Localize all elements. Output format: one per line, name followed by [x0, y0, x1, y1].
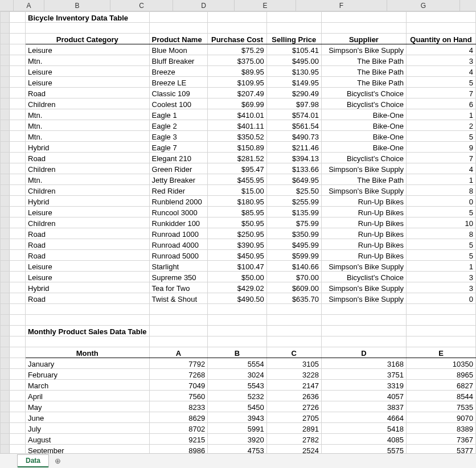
- table1-cell[interactable]: Leisure: [26, 272, 150, 282]
- col-header-c[interactable]: C: [110, 0, 173, 11]
- table1-cell[interactable]: Leisure: [26, 66, 150, 77]
- cell[interactable]: [321, 315, 406, 326]
- table1-cell[interactable]: $609.00: [266, 282, 321, 293]
- table2-cell[interactable]: 4664: [321, 412, 406, 423]
- table2-cell[interactable]: 8986: [149, 445, 208, 454]
- table2-header[interactable]: A: [149, 347, 208, 358]
- table1-cell[interactable]: Run-Up Bikes: [321, 228, 406, 239]
- table2-cell[interactable]: 3319: [321, 380, 406, 391]
- table1-cell[interactable]: $25.50: [266, 185, 321, 196]
- row-header[interactable]: [1, 88, 10, 98]
- cell[interactable]: [321, 23, 406, 34]
- row-header[interactable]: [1, 174, 10, 185]
- table1-cell[interactable]: Run-Up Bikes: [321, 207, 406, 217]
- col-header-e[interactable]: E: [235, 0, 296, 11]
- table1-cell[interactable]: $69.99: [208, 98, 266, 109]
- table1-cell[interactable]: $50.00: [208, 272, 266, 282]
- table1-cell[interactable]: Bicyclist's Choice: [321, 88, 406, 98]
- table1-cell[interactable]: $109.95: [208, 77, 266, 88]
- table2-cell[interactable]: 7535: [407, 401, 476, 412]
- cell[interactable]: [9, 12, 26, 23]
- cell[interactable]: [9, 207, 26, 217]
- table1-cell[interactable]: Road: [26, 239, 150, 250]
- col-header-g[interactable]: G: [387, 0, 460, 11]
- table1-cell[interactable]: Breeze: [149, 66, 208, 77]
- table2-cell[interactable]: 5377: [407, 445, 476, 454]
- table1-cell[interactable]: 4: [407, 66, 476, 77]
- table2-cell[interactable]: 4085: [321, 434, 406, 445]
- cell[interactable]: [9, 401, 26, 412]
- table1-cell[interactable]: $490.73: [266, 131, 321, 142]
- table1-cell[interactable]: Run-Up Bikes: [321, 196, 406, 207]
- table1-cell[interactable]: Leisure: [26, 207, 150, 217]
- table1-cell[interactable]: $635.70: [266, 293, 321, 304]
- table1-cell[interactable]: $150.89: [208, 142, 266, 153]
- table1-cell[interactable]: Children: [26, 217, 150, 228]
- table1-cell[interactable]: The Bike Path: [321, 55, 406, 66]
- table1-cell[interactable]: Eagle 1: [149, 109, 208, 120]
- cell[interactable]: [321, 304, 406, 315]
- table2-cell[interactable]: 8389: [407, 423, 476, 434]
- cell[interactable]: [9, 77, 26, 88]
- table1-cell[interactable]: Bike-One: [321, 120, 406, 131]
- table2-cell[interactable]: 8544: [407, 391, 476, 401]
- cell[interactable]: [149, 336, 208, 347]
- table1-cell[interactable]: Bike-One: [321, 109, 406, 120]
- row-header[interactable]: [1, 401, 10, 412]
- cell[interactable]: [9, 153, 26, 163]
- table1-header[interactable]: Purchase Cost: [208, 34, 266, 44]
- table2-cell[interactable]: 5575: [321, 445, 406, 454]
- table2-cell[interactable]: 8233: [149, 401, 208, 412]
- cell[interactable]: [407, 304, 476, 315]
- row-header[interactable]: [1, 326, 10, 336]
- cell[interactable]: [9, 326, 26, 336]
- table1-cell[interactable]: Classic 109: [149, 88, 208, 98]
- table1-cell[interactable]: 0: [407, 293, 476, 304]
- cell[interactable]: [407, 23, 476, 34]
- table1-cell[interactable]: $75.29: [208, 44, 266, 55]
- table1-cell[interactable]: $390.95: [208, 239, 266, 250]
- row-header[interactable]: [1, 44, 10, 55]
- row-header[interactable]: [1, 120, 10, 131]
- table2-cell[interactable]: 3228: [266, 369, 321, 380]
- table1-cell[interactable]: Starlight: [149, 261, 208, 272]
- table1-cell[interactable]: $70.00: [266, 272, 321, 282]
- table1-cell[interactable]: $290.49: [266, 88, 321, 98]
- cell[interactable]: [266, 315, 321, 326]
- cell[interactable]: [9, 196, 26, 207]
- table1-cell[interactable]: Simpson's Bike Supply: [321, 261, 406, 272]
- table1-cell[interactable]: $180.95: [208, 196, 266, 207]
- cell[interactable]: [266, 326, 321, 336]
- cell[interactable]: [149, 304, 208, 315]
- table1-cell[interactable]: 7: [407, 153, 476, 163]
- table1-cell[interactable]: $281.52: [208, 153, 266, 163]
- cell[interactable]: [9, 109, 26, 120]
- table1-cell[interactable]: Simpson's Bike Supply: [321, 44, 406, 55]
- cell[interactable]: [208, 23, 266, 34]
- table1-cell[interactable]: Green Rider: [149, 163, 208, 174]
- table1-cell[interactable]: $149.95: [266, 77, 321, 88]
- row-header[interactable]: [1, 66, 10, 77]
- table2-cell[interactable]: 7792: [149, 358, 208, 369]
- table1-cell[interactable]: Blue Moon: [149, 44, 208, 55]
- table2-cell[interactable]: 4753: [208, 445, 266, 454]
- table1-cell[interactable]: Road: [26, 228, 150, 239]
- row-header[interactable]: [1, 185, 10, 196]
- table1-cell[interactable]: $561.54: [266, 120, 321, 131]
- cell[interactable]: [9, 228, 26, 239]
- cell[interactable]: [9, 142, 26, 153]
- cell[interactable]: [208, 336, 266, 347]
- cell[interactable]: [9, 163, 26, 174]
- cell[interactable]: [26, 23, 150, 34]
- table1-cell[interactable]: Runroad 1000: [149, 228, 208, 239]
- cell[interactable]: [9, 131, 26, 142]
- table2-cell[interactable]: 2726: [266, 401, 321, 412]
- cell[interactable]: [407, 315, 476, 326]
- table1-cell[interactable]: $394.13: [266, 153, 321, 163]
- cell[interactable]: [149, 12, 208, 23]
- cell[interactable]: [9, 412, 26, 423]
- table1-cell[interactable]: 3: [407, 282, 476, 293]
- cell[interactable]: [9, 88, 26, 98]
- cell[interactable]: [9, 44, 26, 55]
- row-header[interactable]: [1, 423, 10, 434]
